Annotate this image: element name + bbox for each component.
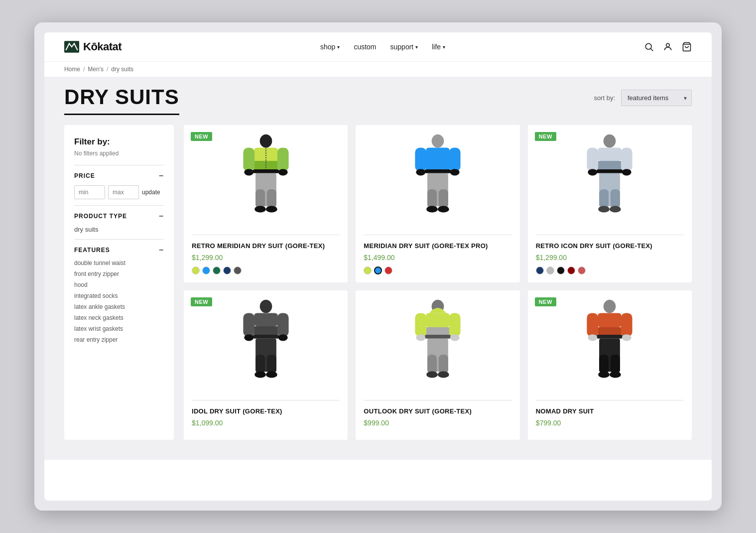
product-type-dry-suits[interactable]: dry suits xyxy=(74,226,164,233)
features-collapse-btn[interactable]: − xyxy=(159,246,164,255)
shop-chevron-icon: ▾ xyxy=(337,44,340,50)
product-name-1: RETRO MERIDIAN DRY SUIT (GORE-TEX) xyxy=(192,242,340,251)
product-price-5: $999.00 xyxy=(364,419,511,427)
nav-shop[interactable]: shop ▾ xyxy=(320,43,340,51)
product-card-6[interactable]: NEW xyxy=(528,290,692,440)
swatch-3-1[interactable] xyxy=(536,266,544,274)
svg-point-50 xyxy=(244,334,253,341)
main-content: Filter by: No filters applied PRICE − up… xyxy=(44,115,712,460)
product-card-3[interactable]: NEW xyxy=(528,125,692,282)
product-type-filter-header: PRODUCT TYPE − xyxy=(74,212,164,221)
swatch-2-3[interactable] xyxy=(384,266,392,274)
price-min-input[interactable] xyxy=(74,185,105,199)
swatch-2-1[interactable] xyxy=(364,266,372,274)
product-info-2: MERIDIAN DRY SUIT (GORE-TEX PRO) $1,499.… xyxy=(356,235,519,282)
feature-front-entry-zipper[interactable]: front entry zipper xyxy=(74,270,164,277)
product-info-3: RETRO ICON DRY SUIT (GORE-TEX) $1,299.00 xyxy=(528,235,692,282)
site-header: Kōkatat shop ▾ custom support ▾ life ▾ xyxy=(44,32,712,62)
svg-point-12 xyxy=(278,169,287,175)
svg-rect-22 xyxy=(415,147,426,171)
svg-rect-46 xyxy=(254,326,278,335)
svg-rect-21 xyxy=(424,169,451,173)
swatch-1-4[interactable] xyxy=(223,266,231,274)
cart-icon xyxy=(682,42,692,52)
search-button[interactable] xyxy=(644,42,654,52)
nav-support[interactable]: support ▾ xyxy=(390,43,418,51)
divider-3 xyxy=(74,239,164,240)
svg-point-70 xyxy=(604,300,616,313)
product-image-3 xyxy=(528,125,692,235)
account-button[interactable] xyxy=(663,42,673,52)
svg-rect-40 xyxy=(599,189,609,208)
svg-rect-27 xyxy=(427,189,437,208)
product-name-6: NOMAD DRY SUIT xyxy=(536,407,684,416)
feature-latex-neck-gaskets[interactable]: latex neck gaskets xyxy=(74,314,164,321)
swatch-3-5[interactable] xyxy=(578,266,586,274)
page-title-wrapper: DRY SUITS xyxy=(64,87,179,115)
sort-select[interactable]: featured items best selling newest price… xyxy=(621,90,692,106)
cart-button[interactable] xyxy=(682,42,692,52)
svg-rect-33 xyxy=(598,161,622,169)
logo-icon xyxy=(64,41,79,53)
feature-integrated-socks[interactable]: integrated socks xyxy=(74,292,164,299)
svg-rect-47 xyxy=(252,335,279,339)
product-card-1[interactable]: NEW xyxy=(184,125,348,282)
breadcrumb-mens[interactable]: Men's xyxy=(88,66,104,73)
svg-rect-61 xyxy=(415,313,426,337)
svg-rect-8 xyxy=(252,169,279,173)
price-max-input[interactable] xyxy=(108,185,139,199)
breadcrumb-home[interactable]: Home xyxy=(64,66,80,73)
svg-point-29 xyxy=(426,206,438,212)
swatch-1-5[interactable] xyxy=(234,266,242,274)
product-image-2 xyxy=(356,125,519,235)
svg-point-44 xyxy=(259,300,272,313)
page-header: DRY SUITS sort by: featured items best s… xyxy=(44,77,712,115)
swatch-1-3[interactable] xyxy=(213,266,221,274)
price-inputs: update xyxy=(74,185,164,199)
swatch-1-2[interactable] xyxy=(202,266,210,274)
svg-rect-53 xyxy=(255,355,265,374)
logo[interactable]: Kōkatat xyxy=(64,40,122,53)
nav-life[interactable]: life ▾ xyxy=(432,43,445,51)
feature-latex-ankle-gaskets[interactable]: latex ankle gaskets xyxy=(74,303,164,310)
price-update-button[interactable]: update xyxy=(142,189,160,196)
svg-point-1 xyxy=(645,43,651,49)
svg-point-81 xyxy=(599,371,610,378)
sidebar: Filter by: No filters applied PRICE − up… xyxy=(64,125,174,440)
swatch-1-1[interactable] xyxy=(192,266,200,274)
price-filter-header: PRICE − xyxy=(74,171,164,180)
swatch-2-2[interactable] xyxy=(374,266,382,274)
svg-rect-72 xyxy=(598,327,622,335)
svg-line-2 xyxy=(651,49,653,51)
price-collapse-btn[interactable]: − xyxy=(159,171,164,180)
feature-double-tunnel-waist[interactable]: double tunnel waist xyxy=(74,260,164,266)
product-card-4[interactable]: NEW xyxy=(184,290,348,440)
product-card-5[interactable]: OUTLOOK DRY SUIT (GORE-TEX) $999.00 xyxy=(356,290,519,440)
swatch-3-3[interactable] xyxy=(557,266,565,274)
suit-illustration-6 xyxy=(575,298,644,393)
product-price-2: $1,499.00 xyxy=(364,254,511,262)
new-badge-3: NEW xyxy=(535,132,556,141)
feature-hood[interactable]: hood xyxy=(74,281,164,288)
product-info-4: IDOL DRY SUIT (GORE-TEX) $1,099.00 xyxy=(184,400,348,440)
filter-title: Filter by: xyxy=(74,137,164,147)
svg-point-17 xyxy=(266,206,277,212)
new-badge-6: NEW xyxy=(535,297,556,306)
color-swatches-1 xyxy=(192,266,340,274)
swatch-3-4[interactable] xyxy=(567,266,575,274)
search-icon xyxy=(644,42,654,52)
product-info-1: RETRO MERIDIAN DRY SUIT (GORE-TEX) $1,29… xyxy=(184,235,348,282)
swatch-3-2[interactable] xyxy=(546,266,554,274)
product-card-2[interactable]: MERIDIAN DRY SUIT (GORE-TEX PRO) $1,499.… xyxy=(356,125,519,282)
svg-point-43 xyxy=(610,206,621,212)
feature-rear-entry-zipper[interactable]: rear entry zipper xyxy=(74,336,164,343)
sort-label: sort by: xyxy=(594,94,615,102)
nav-custom[interactable]: custom xyxy=(354,43,376,51)
product-type-collapse-btn[interactable]: − xyxy=(159,212,164,221)
svg-point-64 xyxy=(450,334,460,341)
suit-illustration-2 xyxy=(403,133,473,227)
svg-point-3 xyxy=(666,43,670,47)
feature-latex-wrist-gaskets[interactable]: latex wrist gaskets xyxy=(74,325,164,332)
svg-rect-20 xyxy=(426,147,450,171)
svg-point-76 xyxy=(588,334,598,341)
